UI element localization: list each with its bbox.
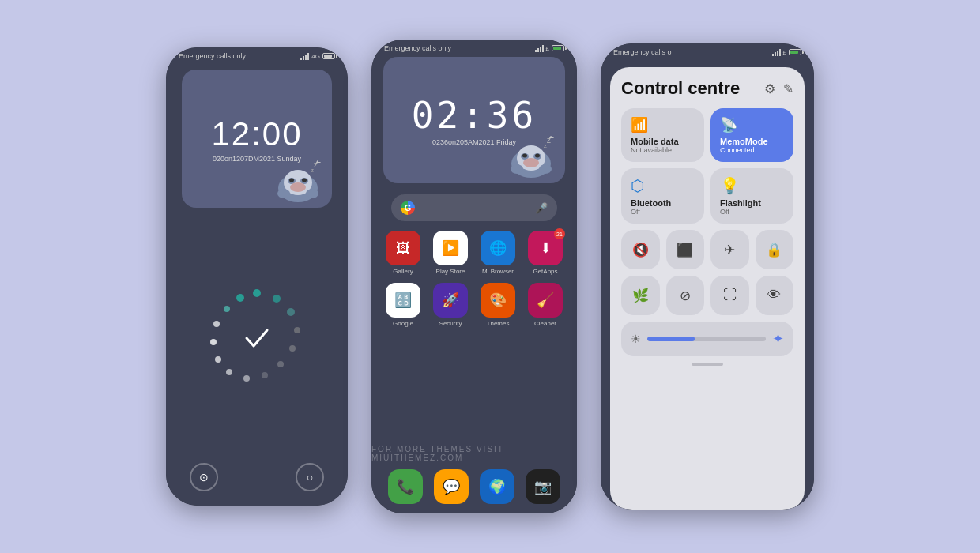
app-google[interactable]: 🔠 Google xyxy=(383,283,423,327)
svg-point-12 xyxy=(253,289,261,297)
svg-point-35 xyxy=(523,158,539,167)
dock: 📞 💬 🌍 📷 xyxy=(388,469,560,504)
brightness-high-icon: ✦ xyxy=(772,330,784,348)
signal-icons-1: 4G xyxy=(300,53,335,60)
cc-small-row-1: 🔇 ⬛ ✈ 🔒 xyxy=(621,230,793,269)
dock-phone[interactable]: 📞 xyxy=(388,469,423,504)
lock-widget: 12:00 020on1207DM2021 Sunday z z z xyxy=(182,70,332,208)
emergency-text-3: Emergency calls o xyxy=(613,48,672,56)
brightness-fill xyxy=(647,337,695,341)
svg-text:z: z xyxy=(316,160,321,165)
svg-point-20 xyxy=(226,369,232,375)
cc-tile-bluetooth[interactable]: ⬡ Bluetooth Off xyxy=(621,168,704,224)
snorlax-1: z z z xyxy=(273,160,324,204)
network-type-1: 4G xyxy=(311,53,320,60)
google-logo: G xyxy=(401,201,415,215)
svg-point-9 xyxy=(290,182,306,192)
app-security[interactable]: 🚀 Security xyxy=(431,283,470,327)
dot-circle xyxy=(205,287,308,389)
cc-small-fullscreen[interactable]: ⛶ xyxy=(710,276,749,315)
themes-label: Themes xyxy=(487,320,510,327)
cc-tile-mobiledata[interactable]: 📶 Mobile data Not available xyxy=(621,108,704,162)
mobiledata-sub: Not available xyxy=(631,146,695,154)
brightness-track xyxy=(647,337,766,341)
svg-point-17 xyxy=(277,361,284,367)
battery-2 xyxy=(552,45,564,51)
dock-browser[interactable]: 🌍 xyxy=(480,469,514,504)
lockscreen-screen: Emergency calls only 4G 12:00 020on1207D… xyxy=(166,47,348,506)
cc-tile-flashlight[interactable]: 💡 Flashlight Off xyxy=(710,168,793,224)
app-gallery[interactable]: 🖼 Gallery xyxy=(383,231,423,275)
signal-bar-2 xyxy=(535,45,544,52)
flashlight-sub: Off xyxy=(720,208,784,216)
svg-point-10 xyxy=(277,189,290,198)
app-mibrowser[interactable]: 🌐 Mi Browser xyxy=(478,231,518,275)
dock-camera[interactable]: 📷 xyxy=(526,469,560,504)
getapps-icon: ⬇ 21 xyxy=(528,231,563,265)
cc-handle xyxy=(692,363,723,366)
cc-small-lock[interactable]: 🔒 xyxy=(756,230,794,269)
svg-point-24 xyxy=(224,306,230,312)
cc-brightness[interactable]: ☀ ✦ xyxy=(621,322,793,356)
dock-messages[interactable]: 💬 xyxy=(434,469,469,504)
signal-icons-2: £ xyxy=(535,45,564,52)
cc-small-airplane[interactable]: ✈ xyxy=(710,230,749,269)
mibrowser-icon: 🌐 xyxy=(481,231,515,265)
app-playstore[interactable]: ▶️ Play Store xyxy=(431,231,470,275)
google-label: Google xyxy=(393,320,413,327)
control-panel: Control centre ⚙ ✎ 📶 Mobile data Not ava… xyxy=(610,67,805,510)
cc-small-leaf[interactable]: 🌿 xyxy=(621,276,660,315)
mic-icon: 🎤 xyxy=(535,202,548,214)
cc-title: Control centre xyxy=(621,78,740,99)
svg-point-19 xyxy=(243,375,250,382)
svg-point-4 xyxy=(289,179,294,182)
network-2: £ xyxy=(546,45,549,52)
signal-bar-1 xyxy=(300,53,309,60)
app-themes[interactable]: 🎨 Themes xyxy=(478,283,518,327)
settings-icon[interactable]: ⚙ xyxy=(764,81,775,96)
fingerprint-icon[interactable]: ⊙ xyxy=(190,463,218,491)
memomode-title: MemoMode xyxy=(720,137,784,146)
cc-tile-memomode[interactable]: 📡 MemoMode Connected xyxy=(710,108,793,162)
clock-time-1: 12:00 xyxy=(211,115,302,153)
edit-icon[interactable]: ✎ xyxy=(783,81,793,96)
getapps-badge: 21 xyxy=(554,228,565,239)
mobiledata-icon: 📶 xyxy=(631,116,695,134)
app-grid-2: 🔠 Google 🚀 Security 🎨 Themes xyxy=(383,283,565,327)
app-getapps[interactable]: ⬇ 21 GetApps xyxy=(526,231,565,275)
bluetooth-title: Bluetooth xyxy=(631,198,695,208)
battery-1 xyxy=(322,53,335,59)
camera-icon[interactable]: ○ xyxy=(296,463,324,491)
cc-small-block[interactable]: ⊘ xyxy=(666,276,705,315)
cc-top-tiles: 📶 Mobile data Not available 📡 MemoMode C… xyxy=(621,108,793,162)
emergency-text-1: Emergency calls only xyxy=(179,52,246,60)
gallery-icon: 🖼 xyxy=(386,231,420,265)
emergency-text-2: Emergency calls only xyxy=(384,44,451,52)
phone1-lockscreen: Emergency calls only 4G 12:00 020on1207D… xyxy=(166,47,348,506)
svg-point-14 xyxy=(287,308,295,316)
svg-point-37 xyxy=(539,164,552,174)
app-cleaner[interactable]: 🧹 Cleaner xyxy=(526,283,565,327)
brightness-low-icon: ☀ xyxy=(631,333,641,345)
svg-point-25 xyxy=(236,294,244,302)
cc-small-row-2: 🌿 ⊘ ⛶ 👁 xyxy=(621,276,793,315)
svg-point-16 xyxy=(289,345,296,352)
phone-icon: 📞 xyxy=(388,469,423,504)
watermark: FOR MORE THEMES VISIT - MIUITHEMEZ.COM xyxy=(371,445,577,462)
cc-small-volume[interactable]: 🔇 xyxy=(621,230,660,269)
cleaner-icon: 🧹 xyxy=(528,283,563,318)
mobiledata-title: Mobile data xyxy=(631,137,695,146)
svg-point-11 xyxy=(306,189,318,198)
cc-small-eye[interactable]: 👁 xyxy=(756,276,794,315)
camera-app-icon: 📷 xyxy=(526,469,560,504)
network-3: £ xyxy=(783,49,786,56)
search-bar[interactable]: G 🎤 xyxy=(391,194,557,221)
cc-small-nfc[interactable]: ⬛ xyxy=(666,230,705,269)
phone2-homescreen: Emergency calls only £ 02:36 0236on205AM… xyxy=(371,40,577,514)
svg-point-13 xyxy=(273,295,281,303)
status-bar-2: Emergency calls only £ xyxy=(371,40,577,54)
signal-bar-3 xyxy=(772,49,781,56)
snorlax-2: z z z xyxy=(506,136,557,179)
svg-point-36 xyxy=(511,164,523,174)
playstore-label: Play Store xyxy=(436,268,466,275)
